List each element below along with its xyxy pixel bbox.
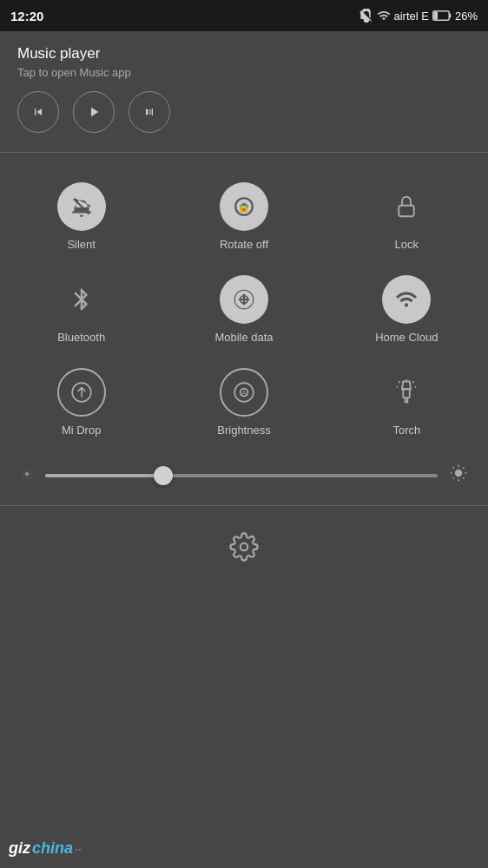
brightness-high-icon bbox=[450, 464, 467, 486]
brightness-label: Brightness bbox=[217, 424, 270, 437]
qs-mobile-data[interactable]: Mobile data bbox=[192, 275, 296, 344]
next-button[interactable] bbox=[129, 91, 170, 133]
bottom-divider bbox=[0, 505, 488, 506]
music-section: Music player Tap to open Music app bbox=[0, 31, 488, 143]
qs-torch[interactable]: Torch bbox=[354, 368, 458, 437]
top-divider bbox=[0, 152, 488, 153]
qs-row-3: Mi Drop A Brightness Torch bbox=[0, 356, 488, 449]
brightness-row bbox=[0, 457, 488, 493]
mute-icon bbox=[359, 9, 373, 23]
rotate-off-label: Rotate off bbox=[220, 238, 268, 251]
home-cloud-label: Home Cloud bbox=[375, 331, 438, 344]
home-cloud-icon bbox=[382, 275, 431, 324]
qs-brightness[interactable]: A Brightness bbox=[192, 368, 296, 437]
svg-line-18 bbox=[399, 382, 400, 383]
svg-text:🔒: 🔒 bbox=[238, 201, 250, 213]
status-time: 12:20 bbox=[10, 9, 43, 23]
svg-line-19 bbox=[413, 382, 414, 383]
brightness-thumb[interactable] bbox=[154, 466, 173, 485]
bluetooth-label: Bluetooth bbox=[57, 331, 105, 344]
svg-rect-16 bbox=[404, 389, 411, 398]
music-player-subtitle: Tap to open Music app bbox=[17, 66, 471, 79]
battery-icon bbox=[432, 10, 452, 21]
status-bar: 12:20 airtel E 26% bbox=[0, 0, 488, 31]
watermark: giz china ·· bbox=[9, 839, 82, 858]
lock-icon bbox=[382, 182, 431, 231]
svg-text:A: A bbox=[241, 388, 247, 398]
qs-row-2: Bluetooth Mobile data Home Cloud bbox=[0, 263, 488, 356]
svg-point-23 bbox=[455, 470, 462, 477]
qs-lock[interactable]: Lock bbox=[354, 182, 458, 251]
battery-text: 26% bbox=[455, 10, 478, 23]
bluetooth-icon bbox=[57, 275, 106, 324]
mi-drop-icon bbox=[57, 368, 106, 417]
music-player-title: Music player bbox=[17, 45, 471, 62]
qs-home-cloud[interactable]: Home Cloud bbox=[354, 275, 458, 344]
qs-bluetooth[interactable]: Bluetooth bbox=[30, 275, 134, 344]
torch-icon bbox=[382, 368, 431, 417]
svg-point-22 bbox=[25, 472, 30, 477]
qs-silent[interactable]: Silent bbox=[30, 182, 134, 251]
music-controls bbox=[17, 91, 471, 133]
lock-label: Lock bbox=[395, 238, 419, 251]
signal-icon bbox=[377, 9, 391, 23]
watermark-china: china bbox=[32, 839, 73, 858]
rotate-off-icon: 🔒 bbox=[220, 182, 268, 231]
brightness-low-icon bbox=[21, 468, 33, 483]
watermark-dots: ·· bbox=[75, 842, 82, 856]
svg-rect-2 bbox=[433, 12, 438, 20]
settings-row bbox=[0, 515, 488, 585]
mobile-data-label: Mobile data bbox=[214, 331, 273, 344]
silent-label: Silent bbox=[67, 238, 96, 251]
qs-rotate-off[interactable]: 🔒 Rotate off bbox=[192, 182, 296, 251]
silent-icon bbox=[57, 182, 106, 231]
status-icons: airtel E 26% bbox=[359, 9, 478, 23]
qs-mi-drop[interactable]: Mi Drop bbox=[30, 368, 134, 437]
brightness-fill bbox=[45, 474, 163, 477]
carrier-text: airtel E bbox=[394, 10, 429, 23]
torch-label: Torch bbox=[392, 424, 420, 437]
play-button[interactable] bbox=[73, 91, 115, 133]
brightness-icon: A bbox=[220, 368, 268, 417]
svg-point-24 bbox=[241, 543, 248, 551]
quick-settings: Silent 🔒 Rotate off Lock Blueto bbox=[0, 161, 488, 457]
prev-button[interactable] bbox=[17, 91, 59, 133]
svg-rect-1 bbox=[449, 14, 451, 18]
notification-panel: Music player Tap to open Music app Silen… bbox=[0, 31, 488, 868]
settings-button[interactable] bbox=[229, 532, 259, 568]
svg-rect-7 bbox=[399, 206, 415, 217]
mobile-data-icon bbox=[220, 275, 268, 324]
mi-drop-label: Mi Drop bbox=[62, 424, 102, 437]
qs-row-1: Silent 🔒 Rotate off Lock bbox=[0, 170, 488, 263]
watermark-giz: giz bbox=[9, 839, 30, 858]
brightness-slider[interactable] bbox=[45, 474, 438, 477]
